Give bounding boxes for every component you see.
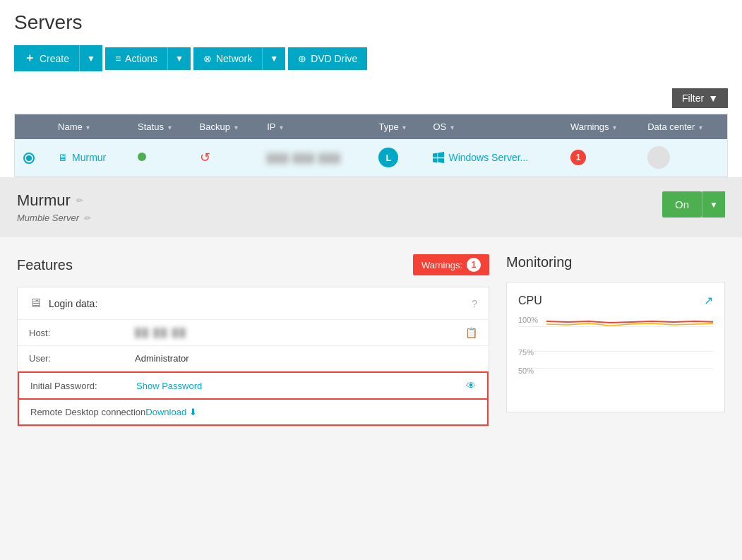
power-on-label: On — [675, 198, 689, 210]
warning-badge: 1 — [570, 150, 586, 165]
radio-button[interactable] — [23, 153, 35, 164]
host-label: Host: — [29, 328, 135, 338]
col-name[interactable]: Name ▾ — [49, 114, 129, 139]
dvd-icon: ⊕ — [298, 53, 306, 64]
actions-label: Actions — [125, 53, 157, 64]
login-data-header: 🖥 Login data: ? — [18, 287, 489, 320]
datacenter-indicator — [647, 146, 670, 169]
chart-label-100: 100% — [518, 316, 538, 324]
col-warnings[interactable]: Warnings ▾ — [562, 114, 639, 139]
cpu-chart: 100% 75% 50% — [518, 316, 713, 400]
actions-icon: ≡ — [115, 53, 121, 64]
login-data-help-icon[interactable]: ? — [472, 298, 477, 309]
chart-label-50: 50% — [518, 367, 534, 375]
dc-sort-icon: ▾ — [699, 124, 702, 131]
copy-host-icon[interactable]: 📋 — [465, 327, 477, 338]
edit-subtitle-icon[interactable]: ✏ — [83, 213, 90, 223]
warnings-label: Warnings: — [421, 260, 462, 270]
features-panel-header: Features Warnings: 1 — [17, 254, 489, 275]
host-value: ██ ██ ██ — [135, 328, 465, 338]
warnings-sort-icon: ▾ — [613, 124, 616, 131]
actions-button[interactable]: ≡ Actions — [105, 47, 167, 70]
filter-bar: Filter ▼ — [14, 83, 728, 114]
server-name-link[interactable]: 🖥 Murmur — [58, 152, 121, 163]
create-button-group: ＋ Create ▼ — [14, 45, 102, 71]
server-name: Murmur — [72, 152, 106, 163]
create-button[interactable]: ＋ Create — [14, 45, 79, 71]
col-backup[interactable]: Backup ▾ — [191, 114, 259, 139]
server-subtitle-text: Mumble Server — [17, 213, 79, 223]
servers-table: Name ▾ Status ▾ Backup ▾ IP ▾ Type ▾ OS … — [15, 114, 727, 177]
col-type[interactable]: Type ▾ — [370, 114, 424, 139]
actions-button-group: ≡ Actions ▼ — [105, 47, 191, 70]
network-dropdown-button[interactable]: ▼ — [262, 47, 285, 70]
warnings-count: 1 — [467, 258, 481, 272]
cpu-line-yellow — [546, 323, 713, 326]
password-row: Initial Password: Show Password 👁 — [18, 371, 489, 400]
col-status[interactable]: Status ▾ — [129, 114, 191, 139]
ip-value: ███ ███ ███ — [267, 153, 341, 163]
col-os[interactable]: OS ▾ — [424, 114, 562, 139]
cpu-card-header: CPU ↗ — [518, 294, 713, 307]
table-row[interactable]: 🖥 Murmur ↺ ███ ███ ███ L — [15, 139, 727, 177]
host-field: Host: ██ ██ ██ 📋 — [18, 320, 489, 346]
features-title: Features — [17, 257, 73, 273]
download-link[interactable]: Download ⬇ — [145, 407, 197, 417]
page-title: Servers — [14, 11, 728, 34]
cpu-external-link-icon[interactable]: ↗ — [704, 294, 713, 307]
row-name[interactable]: 🖥 Murmur — [49, 139, 129, 177]
dvd-label: DVD Drive — [311, 53, 357, 64]
monitoring-title: Monitoring — [506, 254, 725, 270]
status-dot — [138, 153, 146, 161]
server-detail-info: Murmur ✏ Mumble Server ✏ — [17, 191, 90, 223]
filter-button[interactable]: Filter ▼ — [672, 88, 728, 108]
row-status — [129, 139, 191, 177]
power-on-button[interactable]: On — [662, 191, 702, 218]
row-select[interactable] — [15, 139, 49, 177]
row-backup: ↺ — [191, 139, 259, 177]
power-button-group: On ▼ — [662, 191, 725, 218]
login-data-section: 🖥 Login data: ? Host: ██ ██ ██ 📋 User: A… — [17, 287, 489, 427]
network-button[interactable]: ⊗ Network — [193, 47, 262, 70]
user-label: User: — [29, 353, 135, 364]
password-label: Initial Password: — [30, 381, 136, 391]
filter-label: Filter — [682, 93, 704, 104]
toolbar: ＋ Create ▼ ≡ Actions ▼ ⊗ Network ▼ ⊕ DVD… — [14, 45, 728, 71]
row-datacenter — [639, 139, 727, 177]
server-detail-name: Murmur ✏ — [17, 191, 90, 210]
windows-icon — [433, 152, 444, 163]
power-dropdown-button[interactable]: ▼ — [702, 191, 725, 218]
server-name-heading: Murmur — [17, 191, 71, 210]
col-datacenter[interactable]: Data center ▾ — [639, 114, 727, 139]
eye-icon[interactable]: 👁 — [466, 380, 476, 391]
show-password-link[interactable]: Show Password — [136, 381, 202, 391]
network-button-group: ⊗ Network ▼ — [193, 47, 285, 70]
main-content: Features Warnings: 1 🖥 Login data: ? Hos… — [0, 237, 742, 520]
row-type: L — [370, 139, 424, 177]
features-panel: Features Warnings: 1 🖥 Login data: ? Hos… — [17, 254, 489, 503]
os-sort-icon: ▾ — [450, 124, 454, 131]
monitoring-panel: Monitoring CPU ↗ 100% 75% 50% — [506, 254, 725, 503]
warnings-badge: Warnings: 1 — [413, 254, 489, 275]
edit-name-icon[interactable]: ✏ — [76, 196, 83, 205]
chart-label-75: 75% — [518, 348, 534, 357]
cpu-card: CPU ↗ 100% 75% 50% — [506, 282, 725, 412]
create-label: Create — [40, 53, 69, 64]
backup-icon: ↺ — [200, 150, 210, 165]
network-label: Network — [216, 53, 252, 64]
actions-dropdown-button[interactable]: ▼ — [167, 47, 191, 70]
dvd-drive-button[interactable]: ⊕ DVD Drive — [288, 47, 367, 70]
network-icon: ⊗ — [203, 53, 212, 64]
ip-sort-icon: ▾ — [280, 124, 283, 131]
cpu-title: CPU — [518, 294, 542, 307]
backup-sort-icon: ▾ — [234, 124, 238, 131]
os-label: Windows Server... — [448, 152, 528, 163]
status-sort-icon: ▾ — [168, 124, 172, 131]
create-dropdown-button[interactable]: ▼ — [79, 45, 102, 71]
cpu-line-red — [546, 321, 713, 323]
rdp-label: Remote Desktop connection — [30, 407, 145, 417]
col-ip[interactable]: IP ▾ — [258, 114, 370, 139]
cpu-chart-svg — [546, 316, 713, 400]
plus-icon: ＋ — [24, 51, 35, 66]
user-value: Administrator — [135, 353, 477, 364]
